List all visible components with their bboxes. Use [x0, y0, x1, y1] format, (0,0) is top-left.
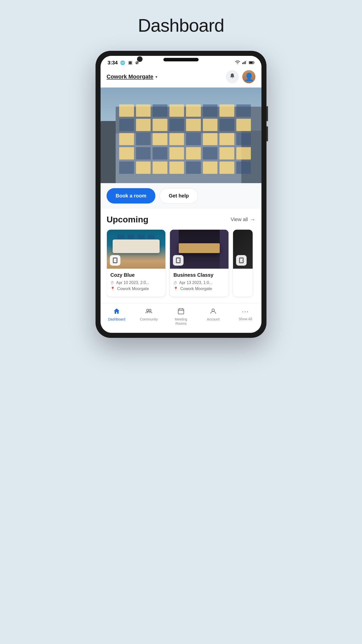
- card-location-cozy: 📍 Cowork Moorgate: [110, 287, 162, 291]
- location-icon: 📍: [110, 287, 115, 291]
- phone-screen: 3:34 🌐 🔳 ⊘: [101, 56, 261, 333]
- svg-rect-0: [242, 63, 243, 64]
- svg-rect-1: [244, 62, 244, 64]
- cards-scroll: Cozy Blue ⏱ Apr 10 2023, 2:0... 📍 Cowork…: [107, 229, 255, 299]
- avatar[interactable]: [242, 70, 255, 83]
- status-time: 3:34: [108, 60, 118, 66]
- chair: [117, 234, 124, 239]
- nav-label-dashboard: Dashboard: [108, 317, 125, 321]
- nav-label-meeting-rooms: Meeting Rooms: [175, 317, 187, 326]
- do-not-disturb-icon: ⊘: [135, 60, 139, 65]
- chair: [138, 234, 145, 239]
- card-info-cozy: Cozy Blue ⏱ Apr 10 2023, 2:0... 📍 Cowork…: [107, 269, 165, 297]
- hero-image: [101, 88, 261, 183]
- date-text-business: Apr 13 2023, 1:0...: [179, 280, 212, 285]
- svg-rect-6: [249, 62, 253, 64]
- clock-icon-2: ⏱: [173, 281, 177, 285]
- svg-point-12: [179, 260, 179, 261]
- nav-item-show-all[interactable]: ··· Show All: [229, 308, 261, 326]
- location-icon-2: 📍: [173, 287, 178, 291]
- nav-item-dashboard[interactable]: Dashboard: [101, 308, 133, 326]
- notification-button[interactable]: [226, 70, 239, 83]
- sim-icon: 🔳: [128, 60, 133, 65]
- wifi-icon: [235, 60, 240, 65]
- svg-rect-2: [245, 61, 246, 64]
- location-selector[interactable]: Cowork Moorgate ▾: [107, 73, 157, 80]
- phone-frame: 3:34 🌐 🔳 ⊘: [96, 51, 266, 338]
- volume-up-button[interactable]: [266, 106, 268, 121]
- home-icon: [113, 308, 120, 316]
- arrow-icon: →: [250, 216, 255, 223]
- room-name-cozy: Cozy Blue: [110, 272, 162, 278]
- card-info-business: Business Classy ⏱ Apr 13 2023, 1:0... 📍 …: [170, 269, 229, 297]
- bottom-nav: Dashboard Community: [101, 303, 261, 333]
- page-title: Dashboard: [138, 15, 224, 36]
- svg-point-17: [149, 309, 151, 311]
- account-icon: [210, 308, 217, 316]
- svg-rect-18: [178, 309, 184, 314]
- chevron-down-icon: ▾: [155, 74, 157, 79]
- bell-icon: [229, 73, 235, 80]
- location-text-cozy: Cowork Moorgate: [117, 287, 149, 291]
- upcoming-section: Upcoming View all →: [101, 209, 261, 303]
- cta-buttons: Book a room Get help: [101, 183, 261, 209]
- card-image-third: [233, 230, 253, 269]
- card-date-cozy: ⏱ Apr 10 2023, 2:0...: [110, 280, 162, 285]
- view-all-button[interactable]: View all →: [231, 216, 255, 223]
- svg-point-16: [147, 309, 149, 311]
- card-location-business: 📍 Cowork Moorgate: [173, 287, 225, 291]
- more-icon: ···: [242, 308, 249, 315]
- windows-grid: [117, 102, 253, 178]
- room-card-business-classy[interactable]: Business Classy ⏱ Apr 13 2023, 1:0... 📍 …: [170, 229, 229, 297]
- nav-label-community: Community: [140, 317, 158, 321]
- room-type-icon-business: [173, 255, 184, 266]
- card-image-business: [170, 230, 229, 269]
- room-type-icon: [110, 255, 120, 266]
- room-name-business: Business Classy: [173, 272, 225, 278]
- section-header: Upcoming View all →: [107, 215, 255, 224]
- svg-rect-5: [254, 62, 254, 63]
- nav-label-show-all: Show All: [239, 317, 252, 321]
- location-name: Cowork Moorgate: [107, 73, 153, 80]
- svg-point-19: [212, 309, 214, 311]
- curtain-right: [220, 230, 229, 269]
- room-card-third[interactable]: [233, 229, 253, 297]
- room-type-icon-third: [236, 255, 247, 266]
- upcoming-title: Upcoming: [107, 215, 148, 224]
- card-date-business: ⏱ Apr 13 2023, 1:0...: [173, 280, 225, 285]
- room-card-cozy-blue[interactable]: Cozy Blue ⏱ Apr 10 2023, 2:0... 📍 Cowork…: [107, 229, 166, 297]
- avatar-image: [242, 70, 255, 83]
- location-text-business: Cowork Moorgate: [180, 287, 212, 291]
- calendar-icon: [177, 308, 185, 316]
- clock-icon: ⏱: [110, 281, 114, 285]
- get-help-button[interactable]: Get help: [159, 188, 198, 204]
- nav-label-account: Account: [207, 317, 220, 321]
- signal-icon: [242, 60, 247, 65]
- nav-item-community[interactable]: Community: [133, 308, 165, 326]
- svg-point-15: [242, 260, 243, 261]
- nav-item-meeting-rooms[interactable]: Meeting Rooms: [165, 308, 197, 326]
- community-icon: [145, 308, 152, 316]
- volume-down-button[interactable]: [266, 126, 268, 141]
- top-bar: Cowork Moorgate ▾: [101, 68, 261, 88]
- svg-rect-3: [246, 60, 247, 64]
- status-bar: 3:34 🌐 🔳 ⊘: [101, 56, 261, 68]
- conference-table: [113, 239, 159, 253]
- nav-item-account[interactable]: Account: [197, 308, 229, 326]
- card-image-cozy: [107, 230, 165, 269]
- globe-icon: 🌐: [120, 60, 125, 65]
- svg-point-9: [116, 260, 116, 261]
- book-room-button[interactable]: Book a room: [107, 188, 155, 204]
- view-all-label: View all: [231, 217, 248, 222]
- building-scene: [101, 88, 261, 183]
- battery-icon: [249, 60, 254, 65]
- chairs-top: [117, 234, 155, 239]
- chair: [127, 234, 134, 239]
- date-text-cozy: Apr 10 2023, 2:0...: [116, 280, 149, 285]
- chair: [148, 234, 155, 239]
- top-bar-actions: [226, 70, 255, 83]
- business-table: [179, 243, 220, 253]
